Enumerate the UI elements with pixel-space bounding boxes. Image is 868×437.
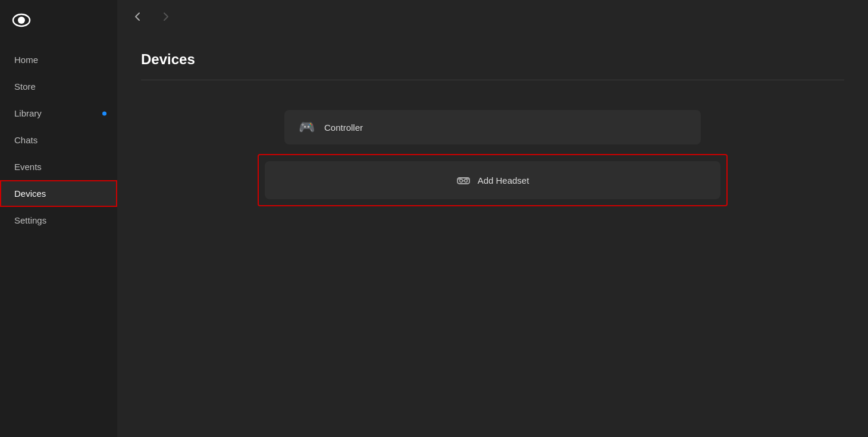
sidebar-item-label-chats: Chats [14,135,37,145]
sidebar-nav: Home Store Library Chats Events Devices … [0,40,117,234]
add-headset-button[interactable]: Add Headset [265,161,720,199]
sidebar-item-label-library: Library [14,108,42,118]
svg-point-1 [18,17,25,24]
sidebar: Home Store Library Chats Events Devices … [0,0,117,437]
sidebar-item-chats[interactable]: Chats [0,127,117,153]
sidebar-item-store[interactable]: Store [0,73,117,100]
sidebar-item-label-devices: Devices [14,188,46,199]
sidebar-item-label-events: Events [14,162,42,172]
add-headset-highlight-container: Add Headset [258,154,728,206]
sidebar-item-label-home: Home [14,55,38,65]
sidebar-item-devices[interactable]: Devices [0,180,117,207]
page-content: Devices 🎮 Controller [117,33,868,437]
main-content: Devices 🎮 Controller [117,0,868,437]
oculus-logo-icon [12,11,31,30]
controller-label: Controller [324,122,363,133]
back-arrow-icon [133,11,143,22]
svg-point-4 [464,180,467,183]
sidebar-logo-area [0,0,117,40]
forward-button[interactable] [156,8,174,26]
sidebar-item-events[interactable]: Events [0,153,117,180]
sidebar-item-label-settings: Settings [14,215,46,225]
sidebar-item-label-store: Store [14,81,36,92]
page-title: Devices [141,51,844,68]
svg-point-3 [459,180,462,183]
controller-icon: 🎮 [299,120,315,135]
add-headset-label: Add Headset [478,175,529,186]
sidebar-item-settings[interactable]: Settings [0,207,117,234]
forward-arrow-icon [160,11,171,22]
sidebar-item-home[interactable]: Home [0,46,117,73]
back-button[interactable] [129,8,147,26]
library-notification-dot [102,111,106,115]
top-bar [117,0,868,33]
devices-area: 🎮 Controller Add Headset [141,98,844,206]
title-divider [141,80,844,80]
sidebar-item-library[interactable]: Library [0,100,117,127]
headset-icon [456,173,471,187]
controller-card[interactable]: 🎮 Controller [284,110,701,144]
